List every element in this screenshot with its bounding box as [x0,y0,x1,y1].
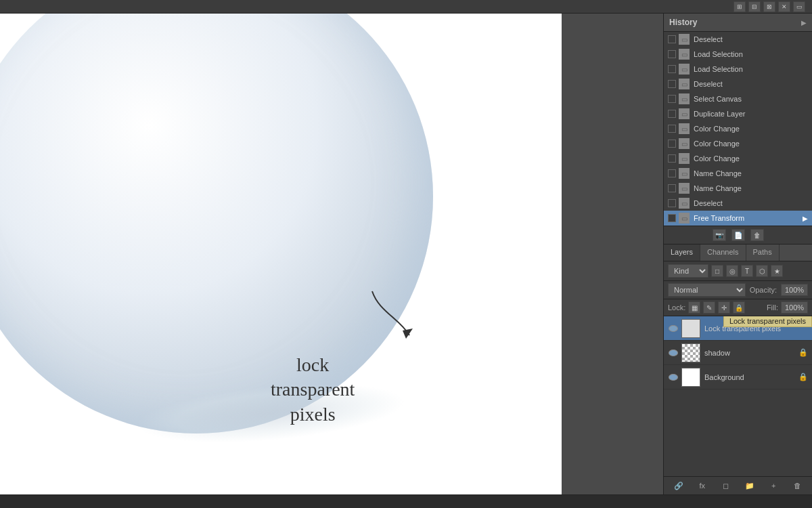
layer-lock-icon: 🔒 [798,348,808,357]
history-item-label: Deselect [694,35,808,43]
history-item[interactable]: Duplicate Layer [664,106,812,121]
history-doc-icon [679,108,690,119]
blend-mode-select[interactable]: Normal [668,283,746,297]
new-group-button[interactable]: 📁 [743,480,757,492]
history-item-checkbox[interactable] [668,80,676,88]
grid-icon[interactable]: ⊟ [748,1,761,12]
opacity-input[interactable] [781,284,808,296]
layer-thumbnail [681,343,700,362]
history-item[interactable]: Select Canvas [664,91,812,106]
history-item-checkbox[interactable] [668,95,676,103]
canvas-area: lock transparent pixels [0,14,663,494]
link-layers-button[interactable]: 🔗 [672,480,685,492]
tab-channels[interactable]: Channels [700,245,746,261]
history-item[interactable]: Deselect [664,32,812,47]
layer-visibility-toggle[interactable] [668,372,679,383]
canvas-white: lock transparent pixels [0,14,562,494]
delete-layer-button[interactable]: 🗑 [790,480,804,492]
history-item[interactable]: Load Selection [664,47,812,62]
history-item-label: Name Change [694,184,808,192]
history-item-checkbox[interactable] [668,214,676,222]
eye-icon [669,350,678,356]
fill-input[interactable] [781,301,808,314]
history-item-checkbox[interactable] [668,140,676,148]
history-item-label: Deselect [694,80,808,88]
layer-row[interactable]: Lock transparent pixels Lock transparent… [664,316,812,341]
history-item-checkbox[interactable] [668,184,676,192]
history-item[interactable]: Color Change [664,121,812,136]
history-item-label: Color Change [694,125,808,133]
layer-name: Lock transparent pixels [704,324,808,333]
history-item[interactable]: Deselect [664,196,812,211]
history-doc-icon [679,123,690,134]
history-list: Deselect Load Selection Load Selection D… [664,32,812,226]
history-new-document-button[interactable]: 📄 [731,229,745,241]
history-panel-arrow[interactable]: ▶ [801,19,807,26]
history-item-label: Select Canvas [694,95,808,103]
history-item[interactable]: Name Change [664,166,812,181]
history-item-checkbox[interactable] [668,169,676,177]
lock-image-button[interactable]: ✎ [703,301,715,314]
history-item[interactable]: Color Change [664,151,812,166]
filter-shape-icon[interactable]: ⬡ [756,265,768,277]
history-panel-title: History [669,18,697,27]
layer-row[interactable]: shadow 🔒 [664,341,812,365]
history-item-label: Color Change [694,140,808,148]
filter-adjust-icon[interactable]: ◎ [726,265,738,277]
top-toolbar: ⊞ ⊟ ⊠ ✕ ▭ [0,0,812,14]
history-item-checkbox[interactable] [668,35,676,43]
history-item-label: Load Selection [694,50,808,58]
history-toolbar: 📷 📄 🗑 [664,226,812,244]
history-item[interactable]: Color Change [664,136,812,151]
lock-all-button[interactable]: 🔒 [733,301,745,314]
history-item[interactable]: Load Selection [664,62,812,77]
status-bar [0,494,812,508]
history-item-label: Deselect [694,199,808,207]
history-panel-header: History ▶ [664,14,812,32]
history-item-checkbox[interactable] [668,199,676,207]
x-icon[interactable]: ✕ [778,1,790,12]
layer-visibility-toggle[interactable] [668,347,679,358]
history-snapshot-button[interactable]: 📷 [713,229,726,241]
annotation-arrow [359,284,420,345]
lock-transparent-button[interactable]: ▦ [688,301,700,314]
eye-icon [669,325,678,332]
history-item-checkbox[interactable] [668,110,676,118]
history-item[interactable]: Free Transform ▶ [664,211,812,226]
add-mask-button[interactable]: ◻ [719,480,733,492]
lock-row: Lock: ▦ ✎ ✛ 🔒 Fill: [664,299,812,316]
history-doc-icon [679,168,690,179]
history-panel: History ▶ Deselect Load Selection Load S… [664,14,812,245]
layer-effects-button[interactable]: fx [696,480,709,492]
history-item-checkbox[interactable] [668,154,676,163]
layers-filter-row: Kind □ ◎ T ⬡ ★ [664,261,812,281]
layers-tabs: Layers Channels Paths [664,245,812,261]
history-item-label: Free Transform [694,214,803,222]
filter-smart-icon[interactable]: ★ [771,265,783,277]
history-item[interactable]: Deselect [664,77,812,91]
history-item-checkbox[interactable] [668,50,676,58]
photo-icon[interactable]: ⊠ [763,1,775,12]
history-doc-icon [679,64,690,75]
layer-visibility-toggle[interactable] [668,323,679,334]
camera-icon[interactable]: ⊞ [734,1,746,12]
layer-list: Lock transparent pixels Lock transparent… [664,316,812,476]
filter-pixel-icon[interactable]: □ [711,265,723,277]
history-doc-icon [679,153,690,164]
kind-select[interactable]: Kind [668,264,708,278]
history-item-checkbox[interactable] [668,65,676,73]
history-item-checkbox[interactable] [668,125,676,133]
lock-position-button[interactable]: ✛ [718,301,730,314]
history-delete-button[interactable]: 🗑 [750,229,764,241]
tab-layers[interactable]: Layers [664,245,700,261]
tab-paths[interactable]: Paths [746,245,780,261]
history-item-label: Duplicate Layer [694,110,808,118]
svg-marker-0 [403,329,413,339]
filter-type-icon[interactable]: T [741,265,753,277]
layer-row[interactable]: Background 🔒 [664,365,812,389]
square-icon[interactable]: ▭ [793,1,805,12]
new-layer-button[interactable]: + [767,480,780,492]
history-doc-icon [679,79,690,89]
history-doc-icon [679,183,690,194]
history-item[interactable]: Name Change [664,181,812,196]
